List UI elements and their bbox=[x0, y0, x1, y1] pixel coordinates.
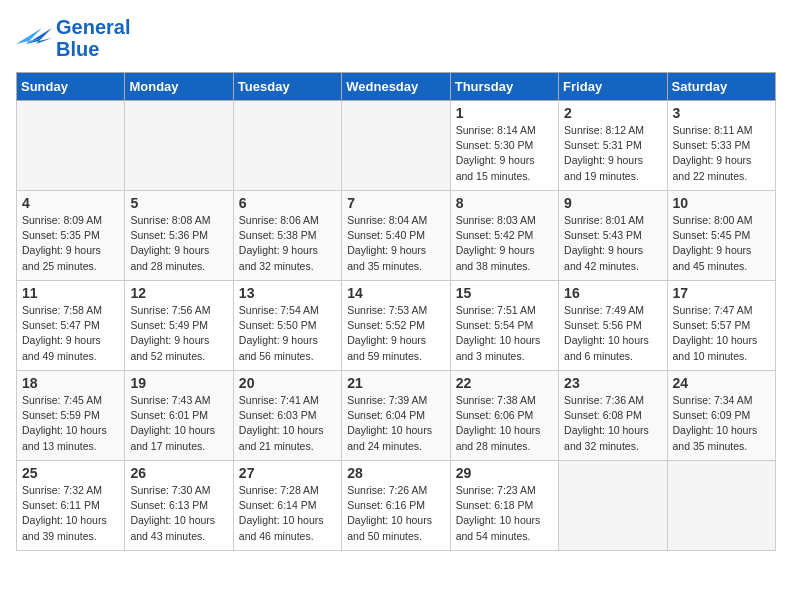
day-number: 17 bbox=[673, 285, 770, 301]
day-cell: 12Sunrise: 7:56 AM Sunset: 5:49 PM Dayli… bbox=[125, 281, 233, 371]
day-number: 7 bbox=[347, 195, 444, 211]
day-number: 12 bbox=[130, 285, 227, 301]
column-header-saturday: Saturday bbox=[667, 73, 775, 101]
day-cell: 18Sunrise: 7:45 AM Sunset: 5:59 PM Dayli… bbox=[17, 371, 125, 461]
day-number: 13 bbox=[239, 285, 336, 301]
day-cell: 16Sunrise: 7:49 AM Sunset: 5:56 PM Dayli… bbox=[559, 281, 667, 371]
day-info: Sunrise: 8:12 AM Sunset: 5:31 PM Dayligh… bbox=[564, 123, 661, 184]
day-info: Sunrise: 7:49 AM Sunset: 5:56 PM Dayligh… bbox=[564, 303, 661, 364]
logo: General Blue bbox=[16, 16, 130, 60]
day-info: Sunrise: 8:06 AM Sunset: 5:38 PM Dayligh… bbox=[239, 213, 336, 274]
day-number: 10 bbox=[673, 195, 770, 211]
day-info: Sunrise: 7:53 AM Sunset: 5:52 PM Dayligh… bbox=[347, 303, 444, 364]
logo-bird-icon bbox=[16, 24, 52, 52]
day-cell: 22Sunrise: 7:38 AM Sunset: 6:06 PM Dayli… bbox=[450, 371, 558, 461]
day-cell: 6Sunrise: 8:06 AM Sunset: 5:38 PM Daylig… bbox=[233, 191, 341, 281]
day-info: Sunrise: 7:30 AM Sunset: 6:13 PM Dayligh… bbox=[130, 483, 227, 544]
column-header-sunday: Sunday bbox=[17, 73, 125, 101]
day-cell: 10Sunrise: 8:00 AM Sunset: 5:45 PM Dayli… bbox=[667, 191, 775, 281]
day-info: Sunrise: 7:51 AM Sunset: 5:54 PM Dayligh… bbox=[456, 303, 553, 364]
day-info: Sunrise: 7:39 AM Sunset: 6:04 PM Dayligh… bbox=[347, 393, 444, 454]
day-cell: 20Sunrise: 7:41 AM Sunset: 6:03 PM Dayli… bbox=[233, 371, 341, 461]
day-info: Sunrise: 7:54 AM Sunset: 5:50 PM Dayligh… bbox=[239, 303, 336, 364]
column-header-wednesday: Wednesday bbox=[342, 73, 450, 101]
day-info: Sunrise: 7:28 AM Sunset: 6:14 PM Dayligh… bbox=[239, 483, 336, 544]
calendar-table: SundayMondayTuesdayWednesdayThursdayFrid… bbox=[16, 72, 776, 551]
column-header-tuesday: Tuesday bbox=[233, 73, 341, 101]
day-info: Sunrise: 7:41 AM Sunset: 6:03 PM Dayligh… bbox=[239, 393, 336, 454]
day-number: 22 bbox=[456, 375, 553, 391]
day-number: 28 bbox=[347, 465, 444, 481]
day-cell: 1Sunrise: 8:14 AM Sunset: 5:30 PM Daylig… bbox=[450, 101, 558, 191]
day-info: Sunrise: 8:01 AM Sunset: 5:43 PM Dayligh… bbox=[564, 213, 661, 274]
day-info: Sunrise: 7:56 AM Sunset: 5:49 PM Dayligh… bbox=[130, 303, 227, 364]
day-cell bbox=[559, 461, 667, 551]
day-cell: 3Sunrise: 8:11 AM Sunset: 5:33 PM Daylig… bbox=[667, 101, 775, 191]
week-row-3: 11Sunrise: 7:58 AM Sunset: 5:47 PM Dayli… bbox=[17, 281, 776, 371]
day-number: 19 bbox=[130, 375, 227, 391]
day-cell: 11Sunrise: 7:58 AM Sunset: 5:47 PM Dayli… bbox=[17, 281, 125, 371]
day-number: 27 bbox=[239, 465, 336, 481]
day-cell: 7Sunrise: 8:04 AM Sunset: 5:40 PM Daylig… bbox=[342, 191, 450, 281]
day-info: Sunrise: 8:11 AM Sunset: 5:33 PM Dayligh… bbox=[673, 123, 770, 184]
day-info: Sunrise: 7:58 AM Sunset: 5:47 PM Dayligh… bbox=[22, 303, 119, 364]
day-cell: 23Sunrise: 7:36 AM Sunset: 6:08 PM Dayli… bbox=[559, 371, 667, 461]
day-number: 23 bbox=[564, 375, 661, 391]
day-number: 14 bbox=[347, 285, 444, 301]
day-cell: 4Sunrise: 8:09 AM Sunset: 5:35 PM Daylig… bbox=[17, 191, 125, 281]
day-cell: 15Sunrise: 7:51 AM Sunset: 5:54 PM Dayli… bbox=[450, 281, 558, 371]
day-number: 18 bbox=[22, 375, 119, 391]
day-number: 3 bbox=[673, 105, 770, 121]
logo-text: General Blue bbox=[56, 16, 130, 60]
day-cell: 24Sunrise: 7:34 AM Sunset: 6:09 PM Dayli… bbox=[667, 371, 775, 461]
day-info: Sunrise: 8:09 AM Sunset: 5:35 PM Dayligh… bbox=[22, 213, 119, 274]
week-row-2: 4Sunrise: 8:09 AM Sunset: 5:35 PM Daylig… bbox=[17, 191, 776, 281]
day-cell: 26Sunrise: 7:30 AM Sunset: 6:13 PM Dayli… bbox=[125, 461, 233, 551]
day-info: Sunrise: 7:45 AM Sunset: 5:59 PM Dayligh… bbox=[22, 393, 119, 454]
day-cell: 29Sunrise: 7:23 AM Sunset: 6:18 PM Dayli… bbox=[450, 461, 558, 551]
day-info: Sunrise: 7:36 AM Sunset: 6:08 PM Dayligh… bbox=[564, 393, 661, 454]
day-info: Sunrise: 7:38 AM Sunset: 6:06 PM Dayligh… bbox=[456, 393, 553, 454]
day-info: Sunrise: 7:43 AM Sunset: 6:01 PM Dayligh… bbox=[130, 393, 227, 454]
day-cell bbox=[125, 101, 233, 191]
day-number: 9 bbox=[564, 195, 661, 211]
day-number: 1 bbox=[456, 105, 553, 121]
column-header-monday: Monday bbox=[125, 73, 233, 101]
day-number: 8 bbox=[456, 195, 553, 211]
header-row: SundayMondayTuesdayWednesdayThursdayFrid… bbox=[17, 73, 776, 101]
day-info: Sunrise: 7:32 AM Sunset: 6:11 PM Dayligh… bbox=[22, 483, 119, 544]
day-info: Sunrise: 7:47 AM Sunset: 5:57 PM Dayligh… bbox=[673, 303, 770, 364]
day-number: 26 bbox=[130, 465, 227, 481]
day-cell: 9Sunrise: 8:01 AM Sunset: 5:43 PM Daylig… bbox=[559, 191, 667, 281]
day-info: Sunrise: 8:08 AM Sunset: 5:36 PM Dayligh… bbox=[130, 213, 227, 274]
day-number: 16 bbox=[564, 285, 661, 301]
day-cell: 28Sunrise: 7:26 AM Sunset: 6:16 PM Dayli… bbox=[342, 461, 450, 551]
day-info: Sunrise: 7:23 AM Sunset: 6:18 PM Dayligh… bbox=[456, 483, 553, 544]
day-number: 20 bbox=[239, 375, 336, 391]
day-number: 24 bbox=[673, 375, 770, 391]
day-cell bbox=[667, 461, 775, 551]
day-info: Sunrise: 8:03 AM Sunset: 5:42 PM Dayligh… bbox=[456, 213, 553, 274]
day-number: 2 bbox=[564, 105, 661, 121]
week-row-4: 18Sunrise: 7:45 AM Sunset: 5:59 PM Dayli… bbox=[17, 371, 776, 461]
day-info: Sunrise: 8:14 AM Sunset: 5:30 PM Dayligh… bbox=[456, 123, 553, 184]
day-info: Sunrise: 8:04 AM Sunset: 5:40 PM Dayligh… bbox=[347, 213, 444, 274]
day-cell bbox=[342, 101, 450, 191]
day-cell bbox=[17, 101, 125, 191]
day-number: 21 bbox=[347, 375, 444, 391]
day-number: 11 bbox=[22, 285, 119, 301]
day-number: 25 bbox=[22, 465, 119, 481]
week-row-1: 1Sunrise: 8:14 AM Sunset: 5:30 PM Daylig… bbox=[17, 101, 776, 191]
day-cell: 21Sunrise: 7:39 AM Sunset: 6:04 PM Dayli… bbox=[342, 371, 450, 461]
day-cell: 14Sunrise: 7:53 AM Sunset: 5:52 PM Dayli… bbox=[342, 281, 450, 371]
day-number: 4 bbox=[22, 195, 119, 211]
day-cell: 17Sunrise: 7:47 AM Sunset: 5:57 PM Dayli… bbox=[667, 281, 775, 371]
day-cell: 5Sunrise: 8:08 AM Sunset: 5:36 PM Daylig… bbox=[125, 191, 233, 281]
day-info: Sunrise: 7:26 AM Sunset: 6:16 PM Dayligh… bbox=[347, 483, 444, 544]
svg-marker-1 bbox=[16, 28, 42, 44]
day-cell: 25Sunrise: 7:32 AM Sunset: 6:11 PM Dayli… bbox=[17, 461, 125, 551]
day-info: Sunrise: 7:34 AM Sunset: 6:09 PM Dayligh… bbox=[673, 393, 770, 454]
day-cell: 8Sunrise: 8:03 AM Sunset: 5:42 PM Daylig… bbox=[450, 191, 558, 281]
day-number: 5 bbox=[130, 195, 227, 211]
day-info: Sunrise: 8:00 AM Sunset: 5:45 PM Dayligh… bbox=[673, 213, 770, 274]
